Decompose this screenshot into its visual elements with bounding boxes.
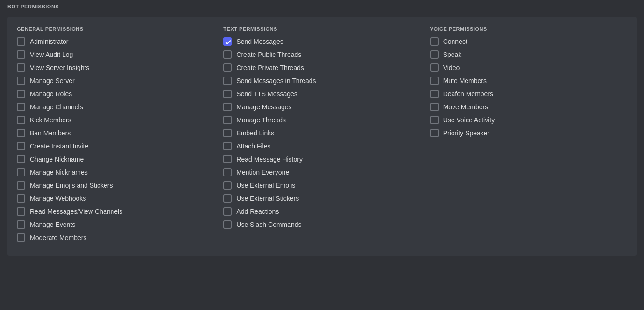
permission-checkbox-change-nickname[interactable]	[17, 155, 25, 163]
permission-checkbox-manage-webhooks[interactable]	[17, 194, 25, 203]
permission-label-moderate-members: Moderate Members	[30, 234, 86, 241]
general-permissions-list: AdministratorView Audit LogView Server I…	[17, 37, 214, 247]
permission-label-read-message-history: Read Message History	[236, 155, 303, 163]
permission-checkbox-administrator[interactable]	[17, 37, 25, 46]
permission-item-move-members[interactable]: Move Members	[430, 103, 627, 111]
permission-item-deafen-members[interactable]: Deafen Members	[430, 90, 627, 98]
permission-checkbox-mute-members[interactable]	[430, 77, 439, 85]
permission-item-manage-nicknames[interactable]: Manage Nicknames	[17, 168, 214, 176]
permission-checkbox-mention-everyone[interactable]	[223, 168, 232, 176]
permission-item-create-public-threads[interactable]: Create Public Threads	[223, 50, 420, 59]
permission-label-use-external-emojis: Use External Emojis	[236, 182, 295, 189]
permission-item-kick-members[interactable]: Kick Members	[17, 116, 214, 124]
permission-checkbox-add-reactions[interactable]	[223, 207, 232, 216]
permission-label-use-voice-activity: Use Voice Activity	[443, 116, 495, 124]
permission-checkbox-manage-emojis-stickers[interactable]	[17, 181, 25, 190]
permission-item-manage-emojis-stickers[interactable]: Manage Emojis and Stickers	[17, 181, 214, 190]
permission-checkbox-embed-links[interactable]	[223, 129, 232, 137]
permission-item-change-nickname[interactable]: Change Nickname	[17, 155, 214, 163]
voice-permissions-section: VOICE PERMISSIONS ConnectSpeakVideoMute …	[430, 26, 627, 247]
permission-label-deafen-members: Deafen Members	[443, 90, 493, 98]
permission-checkbox-use-slash-commands[interactable]	[223, 220, 232, 229]
permission-item-manage-webhooks[interactable]: Manage Webhooks	[17, 194, 214, 203]
permission-checkbox-manage-nicknames[interactable]	[17, 168, 25, 176]
permission-checkbox-create-instant-invite[interactable]	[17, 142, 25, 150]
permission-label-priority-speaker: Priority Speaker	[443, 129, 490, 137]
permission-label-kick-members: Kick Members	[30, 116, 71, 124]
permission-item-manage-roles[interactable]: Manage Roles	[17, 90, 214, 98]
permission-item-use-slash-commands[interactable]: Use Slash Commands	[223, 220, 420, 229]
permission-label-administrator: Administrator	[30, 38, 68, 45]
permission-checkbox-send-messages-in-threads[interactable]	[223, 77, 232, 85]
text-permissions-title: TEXT PERMISSIONS	[223, 26, 420, 32]
permission-checkbox-video[interactable]	[430, 63, 439, 72]
permission-checkbox-create-private-threads[interactable]	[223, 63, 232, 72]
permission-item-manage-server[interactable]: Manage Server	[17, 77, 214, 85]
permission-checkbox-view-server-insights[interactable]	[17, 63, 25, 72]
permission-label-ban-members: Ban Members	[30, 129, 71, 137]
permission-item-connect[interactable]: Connect	[430, 37, 627, 46]
permission-item-create-instant-invite[interactable]: Create Instant Invite	[17, 142, 214, 150]
permission-label-embed-links: Embed Links	[236, 129, 274, 137]
permission-item-moderate-members[interactable]: Moderate Members	[17, 233, 214, 242]
permission-item-read-messages-view-channels[interactable]: Read Messages/View Channels	[17, 207, 214, 216]
permission-item-mute-members[interactable]: Mute Members	[430, 77, 627, 85]
permission-item-send-tts-messages[interactable]: Send TTS Messages	[223, 90, 420, 98]
permission-item-video[interactable]: Video	[430, 63, 627, 72]
permission-item-use-external-emojis[interactable]: Use External Emojis	[223, 181, 420, 190]
permission-checkbox-manage-server[interactable]	[17, 77, 25, 85]
permission-item-speak[interactable]: Speak	[430, 50, 627, 59]
permission-item-add-reactions[interactable]: Add Reactions	[223, 207, 420, 216]
permission-item-mention-everyone[interactable]: Mention Everyone	[223, 168, 420, 176]
permission-item-ban-members[interactable]: Ban Members	[17, 129, 214, 137]
permission-item-embed-links[interactable]: Embed Links	[223, 129, 420, 137]
permission-item-manage-channels[interactable]: Manage Channels	[17, 103, 214, 111]
general-permissions-title: GENERAL PERMISSIONS	[17, 26, 214, 32]
permission-label-manage-server: Manage Server	[30, 77, 75, 85]
permission-checkbox-priority-speaker[interactable]	[430, 129, 439, 137]
permission-item-send-messages[interactable]: Send Messages	[223, 37, 420, 46]
permission-item-attach-files[interactable]: Attach Files	[223, 142, 420, 150]
permission-label-attach-files: Attach Files	[236, 142, 270, 150]
permission-label-video: Video	[443, 64, 460, 71]
permission-label-send-tts-messages: Send TTS Messages	[236, 90, 297, 98]
permission-checkbox-use-voice-activity[interactable]	[430, 116, 439, 124]
permission-item-read-message-history[interactable]: Read Message History	[223, 155, 420, 163]
permission-item-use-voice-activity[interactable]: Use Voice Activity	[430, 116, 627, 124]
permission-checkbox-send-messages[interactable]	[223, 37, 232, 46]
permission-checkbox-speak[interactable]	[430, 50, 439, 59]
permission-checkbox-use-external-stickers[interactable]	[223, 194, 232, 203]
permission-checkbox-read-message-history[interactable]	[223, 155, 232, 163]
permission-item-manage-messages[interactable]: Manage Messages	[223, 103, 420, 111]
permission-item-send-messages-in-threads[interactable]: Send Messages in Threads	[223, 77, 420, 85]
permission-checkbox-ban-members[interactable]	[17, 129, 25, 137]
permission-checkbox-send-tts-messages[interactable]	[223, 90, 232, 98]
permission-item-manage-events[interactable]: Manage Events	[17, 220, 214, 229]
permission-checkbox-create-public-threads[interactable]	[223, 50, 232, 59]
permission-checkbox-manage-channels[interactable]	[17, 103, 25, 111]
permission-checkbox-manage-messages[interactable]	[223, 103, 232, 111]
permission-label-send-messages: Send Messages	[236, 38, 283, 45]
permission-checkbox-move-members[interactable]	[430, 103, 439, 111]
permission-label-manage-roles: Manage Roles	[30, 90, 72, 98]
permission-label-manage-nicknames: Manage Nicknames	[30, 169, 88, 176]
permission-checkbox-connect[interactable]	[430, 37, 439, 46]
permission-item-view-audit-log[interactable]: View Audit Log	[17, 50, 214, 59]
permission-checkbox-read-messages-view-channels[interactable]	[17, 207, 25, 216]
permission-item-priority-speaker[interactable]: Priority Speaker	[430, 129, 627, 137]
permission-checkbox-manage-events[interactable]	[17, 220, 25, 229]
permission-checkbox-use-external-emojis[interactable]	[223, 181, 232, 190]
permission-item-administrator[interactable]: Administrator	[17, 37, 214, 46]
permission-checkbox-view-audit-log[interactable]	[17, 50, 25, 59]
permission-checkbox-deafen-members[interactable]	[430, 90, 439, 98]
permission-checkbox-manage-roles[interactable]	[17, 90, 25, 98]
permission-checkbox-kick-members[interactable]	[17, 116, 25, 124]
permission-label-use-slash-commands: Use Slash Commands	[236, 221, 301, 228]
permission-item-create-private-threads[interactable]: Create Private Threads	[223, 63, 420, 72]
permission-item-view-server-insights[interactable]: View Server Insights	[17, 63, 214, 72]
permission-checkbox-attach-files[interactable]	[223, 142, 232, 150]
permission-item-use-external-stickers[interactable]: Use External Stickers	[223, 194, 420, 203]
permission-item-manage-threads[interactable]: Manage Threads	[223, 116, 420, 124]
permission-checkbox-manage-threads[interactable]	[223, 116, 232, 124]
permission-checkbox-moderate-members[interactable]	[17, 233, 25, 242]
